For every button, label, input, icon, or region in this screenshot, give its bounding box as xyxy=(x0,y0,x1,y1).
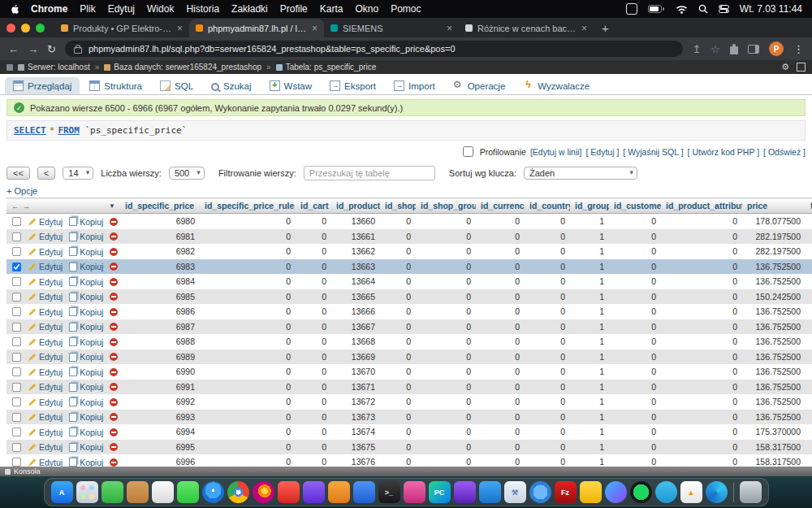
row-checkbox[interactable] xyxy=(12,277,21,286)
delete-link[interactable]: Usuń xyxy=(110,428,120,437)
copy-link[interactable]: Kopiuj xyxy=(69,397,103,407)
vscode-icon[interactable] xyxy=(479,481,501,503)
close-window-button[interactable] xyxy=(6,24,15,33)
edge-browser-icon[interactable] xyxy=(706,481,728,503)
row-checkbox[interactable] xyxy=(12,428,21,436)
column-header-link[interactable]: id_specific_price xyxy=(125,201,194,211)
telegram-icon[interactable] xyxy=(655,481,677,503)
options-toggle-link[interactable]: + Opcje xyxy=(6,186,37,196)
table-row[interactable]: EdytujKopiujUsuń699300136730000100136.75… xyxy=(6,410,812,425)
tab-close-icon[interactable]: × xyxy=(312,23,317,34)
pma-tab-sql[interactable]: SQL xyxy=(152,77,201,94)
menubar-menu-widok[interactable]: Widok xyxy=(147,3,174,15)
column-header-link[interactable]: id_cart xyxy=(300,201,328,211)
battery-icon[interactable] xyxy=(648,5,665,13)
pma-tab-triggers[interactable]: Wyzwalacze xyxy=(515,77,598,94)
table-row[interactable]: EdytujKopiujUsuń698200136620000100282.19… xyxy=(6,244,812,259)
table-row[interactable]: EdytujKopiujUsuń698100136610000100282.19… xyxy=(6,229,812,245)
edit-link[interactable]: Edytuj xyxy=(28,247,63,257)
table-row[interactable]: EdytujKopiujUsuń698500136650000100150.24… xyxy=(6,289,812,305)
control-center-icon[interactable] xyxy=(719,5,729,13)
orange-gear-app-icon[interactable] xyxy=(328,481,350,503)
delete-link[interactable]: Usuń xyxy=(110,262,120,271)
table-row[interactable]: EdytujKopiujUsuń699200136720000100136.75… xyxy=(6,394,812,410)
red-app-icon[interactable] xyxy=(278,481,300,503)
row-checkbox[interactable] xyxy=(12,232,21,241)
table-row[interactable]: EdytujKopiujUsuń699100136710000100136.75… xyxy=(6,380,812,395)
edit-link[interactable]: Edytuj xyxy=(28,307,63,317)
pma-tab-search[interactable]: Szukaj xyxy=(203,78,260,94)
menubar-menu-plik[interactable]: Plik xyxy=(80,3,95,15)
table-row[interactable]: EdytujKopiujUsuń698300136630000100136.75… xyxy=(6,259,812,275)
pma-tab-structure[interactable]: Struktura xyxy=(81,77,150,94)
minimize-window-button[interactable] xyxy=(21,24,30,33)
menubar-menu-zakładki[interactable]: Zakładki xyxy=(231,3,268,15)
column-header-link[interactable]: id_product xyxy=(336,201,380,211)
row-checkbox[interactable] xyxy=(12,263,21,271)
apple-logo-icon[interactable] xyxy=(10,4,19,15)
status-app-icon[interactable] xyxy=(626,3,637,15)
row-checkbox[interactable] xyxy=(12,458,21,467)
filter-input[interactable] xyxy=(304,166,435,180)
omnibox[interactable]: phpmyadmin87.lh.pl/sql.php?db=serwer1658… xyxy=(65,41,684,57)
edit-link[interactable]: Edytuj xyxy=(28,352,63,362)
edit-link[interactable]: Edytuj xyxy=(28,292,63,302)
sql-keyword-from[interactable]: FROM xyxy=(58,125,80,136)
violet-app-icon[interactable] xyxy=(454,481,476,503)
table-row[interactable]: EdytujKopiujUsuń699400136740000100175.37… xyxy=(6,424,812,440)
page-select[interactable]: 14 xyxy=(63,167,93,180)
delete-link[interactable]: Usuń xyxy=(110,367,120,377)
tab-close-icon[interactable]: × xyxy=(177,23,183,34)
delete-link[interactable]: Usuń xyxy=(110,458,120,467)
row-checkbox[interactable] xyxy=(12,443,21,452)
delete-link[interactable]: Usuń xyxy=(110,382,120,392)
delete-link[interactable]: Usuń xyxy=(110,247,120,257)
copy-link[interactable]: Kopiuj xyxy=(69,458,103,467)
browser-tab[interactable]: phpmyadmin87.lh.pl / localhos× xyxy=(189,19,324,37)
menubar-menu-profile[interactable]: Profile xyxy=(280,3,308,15)
spotify-icon[interactable] xyxy=(630,481,652,503)
pma-tab-browse[interactable]: Przeglądaj xyxy=(5,77,80,94)
console-window-icon[interactable] xyxy=(6,64,13,71)
edit-link[interactable]: Edytuj xyxy=(28,217,63,227)
extensions-icon[interactable] xyxy=(730,46,738,54)
copy-link[interactable]: Kopiuj xyxy=(69,367,103,377)
delete-link[interactable]: Usuń xyxy=(110,337,120,347)
table-row[interactable]: EdytujKopiujUsuń698700136670000100136.75… xyxy=(6,319,812,335)
delete-link[interactable]: Usuń xyxy=(110,292,120,302)
green-app-icon[interactable] xyxy=(102,481,123,503)
copy-link[interactable]: Kopiuj xyxy=(69,247,103,257)
blue-round-app-icon[interactable] xyxy=(529,481,551,503)
launchpad-icon[interactable] xyxy=(76,481,98,503)
edit-link[interactable]: Edytuj xyxy=(28,322,63,332)
edit-link[interactable]: Edytuj xyxy=(28,428,63,437)
profiling-link[interactable]: [ Edytuj ] xyxy=(585,147,619,157)
edit-link[interactable]: Edytuj xyxy=(28,232,63,241)
edit-link[interactable]: Edytuj xyxy=(28,277,63,287)
row-checkbox[interactable] xyxy=(12,323,21,332)
edit-link[interactable]: Edytuj xyxy=(28,262,63,271)
settings-gear-icon[interactable]: ⚙ xyxy=(781,62,789,72)
reload-icon[interactable]: ↻ xyxy=(47,43,56,55)
row-checkbox[interactable] xyxy=(12,353,21,362)
sort-key-select[interactable]: Żaden xyxy=(524,167,637,180)
menu-dots-icon[interactable]: ⋮ xyxy=(793,43,804,55)
messenger-icon[interactable] xyxy=(605,481,627,503)
column-header-link[interactable]: id_specific_price_rule xyxy=(205,201,294,211)
browser-tab[interactable]: SIEMENS× xyxy=(324,19,459,37)
yellow-app-icon[interactable] xyxy=(580,481,602,503)
copy-link[interactable]: Kopiuj xyxy=(69,322,103,332)
purple-app-icon[interactable] xyxy=(303,481,325,503)
bookmark-star-icon[interactable]: ☆ xyxy=(710,43,720,55)
delete-link[interactable]: Usuń xyxy=(110,412,120,422)
expand-icon[interactable] xyxy=(797,63,806,72)
table-row[interactable]: EdytujKopiujUsuń699500136750000100158.31… xyxy=(6,440,812,455)
safari-icon[interactable] xyxy=(202,481,224,503)
menubar-menu-pomoc[interactable]: Pomoc xyxy=(391,3,421,15)
notes-app-icon[interactable] xyxy=(152,481,174,503)
side-panel-icon[interactable] xyxy=(748,45,759,54)
column-header-link[interactable]: id_group xyxy=(575,201,609,211)
menubar-menu-karta[interactable]: Karta xyxy=(320,3,343,15)
pma-tab-export[interactable]: Eksport xyxy=(322,77,384,94)
first-page-button[interactable]: << xyxy=(6,167,30,180)
